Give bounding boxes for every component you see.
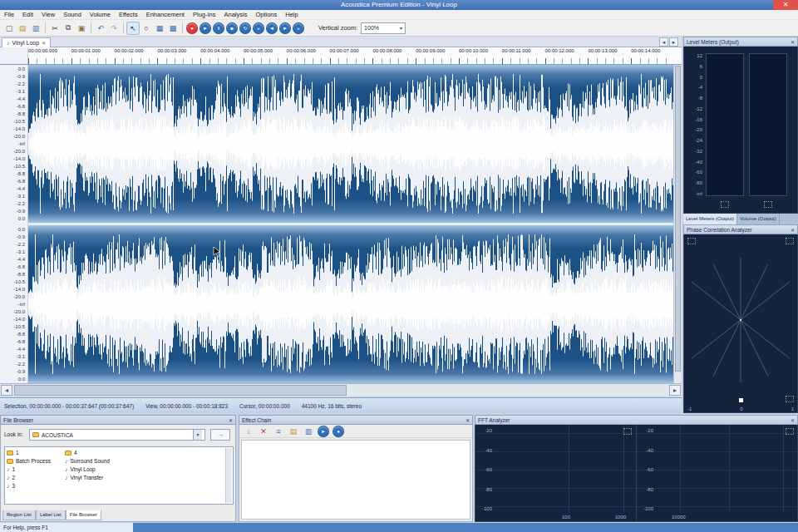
menu-item-analysis[interactable]: Analysis xyxy=(219,10,251,19)
meter-tab-level[interactable]: Level Meters (Output) xyxy=(683,214,737,224)
waveform-editor[interactable]: 0.0-0.9-2.2-3.1-4.4-6.8-8.8-10.5-14.0-20… xyxy=(0,65,682,383)
new-file-button[interactable]: ▢ xyxy=(2,22,16,35)
close-icon[interactable]: ✕ xyxy=(791,417,795,423)
fft-scale-label: -100 xyxy=(482,506,492,511)
level-meters-toggle-button[interactable]: ▦ xyxy=(153,22,166,35)
db-scale-label: -4.4 xyxy=(17,257,25,262)
preview-play-button[interactable]: ► xyxy=(318,426,329,437)
copy-button[interactable]: ⧉ xyxy=(62,22,75,35)
go-to-start-button[interactable]: « xyxy=(253,22,264,34)
waveform-channels[interactable] xyxy=(28,65,673,383)
tab-scroll-right-button[interactable]: ▸ xyxy=(669,37,678,47)
effect-chain-body: ↓✕≡▤▥►● xyxy=(239,425,473,522)
horizontal-scrollbar-thumb[interactable] xyxy=(14,385,347,396)
vertical-scrollbar-thumb[interactable] xyxy=(675,66,681,372)
file-browser-panel: File Browser ✕ Look in: ACOUSTICA ▾ → 1B… xyxy=(0,415,236,522)
file-item[interactable]: ♪2 xyxy=(7,474,60,481)
remove-effect-button[interactable]: ✕ xyxy=(257,425,270,438)
toolbar-separator xyxy=(45,22,46,33)
add-effect-button[interactable]: ↓ xyxy=(242,425,255,438)
redo-button[interactable]: ↷ xyxy=(107,22,121,35)
forward-button[interactable]: ► xyxy=(279,22,291,34)
selection-tool-button[interactable]: ↖ xyxy=(126,22,140,35)
scroll-left-icon[interactable]: ◂ xyxy=(1,385,12,396)
paste-button[interactable]: ▣ xyxy=(75,22,88,35)
db-scale-label: -0.9 xyxy=(17,74,25,79)
folder-icon xyxy=(32,432,39,437)
file-item-label: 2 xyxy=(12,475,16,480)
menu-item-edit[interactable]: Edit xyxy=(18,10,37,19)
cut-button[interactable]: ✂ xyxy=(48,22,62,35)
db-scale-label: -6.8 xyxy=(17,264,25,269)
meter-tab-volume[interactable]: Volume (Output) xyxy=(737,214,780,224)
save-file-button[interactable]: ▥ xyxy=(29,22,42,35)
file-item[interactable]: ♪3 xyxy=(7,482,60,490)
file-item[interactable]: ♪1 xyxy=(7,466,60,473)
open-file-button[interactable]: ▤ xyxy=(16,22,29,35)
file-item[interactable]: ♪Vinyl Loop xyxy=(65,466,118,473)
rewind-button[interactable]: ◄ xyxy=(266,22,278,34)
menu-item-enhancement[interactable]: Enhancement xyxy=(142,10,189,19)
waveform-canvas[interactable] xyxy=(28,65,673,383)
file-item[interactable]: Batch Process xyxy=(7,457,60,465)
tab-label-list[interactable]: Label List xyxy=(36,510,66,520)
close-icon[interactable]: ✕ xyxy=(229,417,233,423)
scroll-right-icon[interactable]: ▸ xyxy=(669,385,681,396)
undo-button[interactable]: ↶ xyxy=(94,22,107,35)
horizontal-scrollbar[interactable]: ◂ ▸ xyxy=(0,383,682,397)
close-icon[interactable]: ✕ xyxy=(791,227,795,233)
close-icon[interactable]: ✕ xyxy=(791,39,795,45)
file-item[interactable]: 4 xyxy=(65,449,118,456)
timeline-label: 00:00:01.000 xyxy=(71,48,101,53)
file-item[interactable]: ♪Vinyl Transfer xyxy=(65,474,118,481)
effect-chain-list[interactable] xyxy=(241,440,470,520)
peak-indicator-right xyxy=(764,201,772,208)
audio-file-icon: ♪ xyxy=(7,483,10,489)
file-list-scrollbar[interactable] xyxy=(225,448,232,503)
go-to-end-button[interactable]: » xyxy=(293,22,304,34)
menu-item-plug-ins[interactable]: Plug-Ins xyxy=(189,10,220,19)
look-in-select[interactable]: ACOUSTICA ▾ xyxy=(29,429,205,441)
preview-record-button[interactable]: ● xyxy=(332,426,344,437)
fft-analyzer-header: FFT Analyzer ✕ xyxy=(475,415,798,425)
db-scale-label: -6.8 xyxy=(17,104,25,109)
effect-chain-title: Effect Chain xyxy=(242,417,271,423)
menu-item-options[interactable]: Options xyxy=(251,10,281,19)
tab-file-browser[interactable]: File Browser xyxy=(66,510,101,520)
tab-close-icon[interactable]: ✕ xyxy=(42,40,46,46)
menu-item-effects[interactable]: Effects xyxy=(115,10,142,19)
menu-item-view[interactable]: View xyxy=(37,10,59,19)
open-chain-button[interactable]: ▤ xyxy=(287,425,300,438)
file-item[interactable]: ♪Surround Sound xyxy=(65,457,118,465)
vertical-zoom-select[interactable]: 100% ▾ xyxy=(361,22,406,34)
play-button[interactable]: ► xyxy=(200,22,211,34)
db-scale-label: -20.0 xyxy=(13,149,25,154)
db-scale-label: -0.9 xyxy=(17,369,25,374)
tab-region-list[interactable]: Region List xyxy=(2,510,36,520)
edit-effect-button[interactable]: ≡ xyxy=(272,425,285,438)
menu-item-help[interactable]: Help xyxy=(281,10,302,19)
menu-item-file[interactable]: File xyxy=(0,10,18,19)
file-list[interactable]: 1Batch Process♪1♪2♪34♪Surround Sound♪Vin… xyxy=(4,446,234,505)
up-one-level-button[interactable]: → xyxy=(210,429,230,441)
file-column: 4♪Surround Sound♪Vinyl Loop♪Vinyl Transf… xyxy=(65,449,118,502)
menu-item-sound[interactable]: Sound xyxy=(59,10,86,19)
file-item[interactable]: 1 xyxy=(7,449,60,456)
stop-button[interactable]: ■ xyxy=(226,22,238,34)
vertical-scrollbar[interactable] xyxy=(673,65,682,383)
pause-button[interactable]: ‖ xyxy=(213,22,224,34)
loop-button[interactable]: ↻ xyxy=(239,22,251,34)
fft-scale-label: -40 xyxy=(485,448,492,453)
menu-item-volume[interactable]: Volume xyxy=(86,10,115,19)
timeline-ruler[interactable]: 00:00:00.00000:00:01.00000:00:02.00000:0… xyxy=(0,47,682,65)
tab-scroll-left-button[interactable]: ◂ xyxy=(659,37,668,47)
window-close-button[interactable]: ✕ xyxy=(773,0,798,10)
zoom-tool-button[interactable]: ○ xyxy=(140,22,153,35)
close-icon[interactable]: ✕ xyxy=(466,417,470,423)
timeline-label: 00:00:09.000 xyxy=(416,48,445,53)
record-button[interactable]: ● xyxy=(186,22,198,34)
analyzers-toggle-button[interactable]: ▩ xyxy=(166,22,180,35)
tab-vinyl-loop[interactable]: ♪ Vinyl Loop ✕ xyxy=(2,37,51,47)
save-chain-button[interactable]: ▥ xyxy=(302,425,315,438)
db-scale-label: -14.0 xyxy=(13,287,25,292)
